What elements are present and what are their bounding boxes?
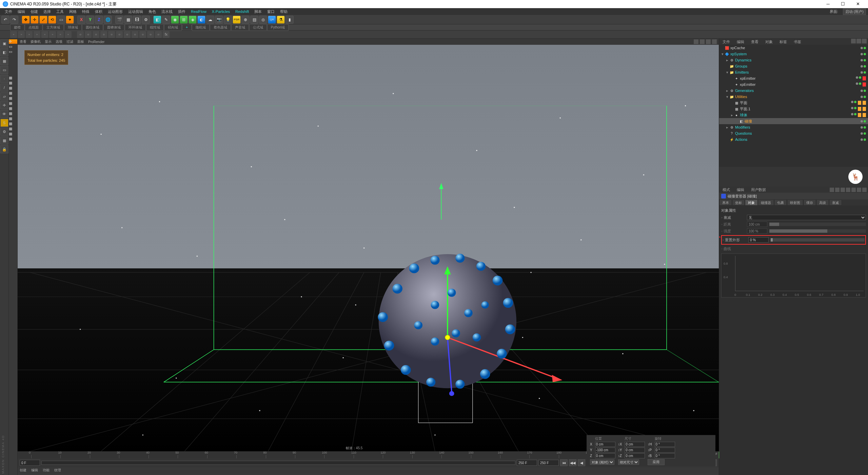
lt2-4[interactable]: ▦ — [9, 76, 17, 80]
redo-button[interactable]: ↷ — [10, 16, 18, 24]
workplane[interactable]: ▭ — [0, 66, 8, 74]
spline-pen[interactable]: ✎ — [162, 16, 170, 24]
sb-8[interactable]: ▫ — [65, 31, 72, 38]
axis-mode[interactable]: ✛ — [0, 101, 8, 109]
step-back[interactable]: ◀ — [578, 459, 585, 466]
attr-tab-3[interactable]: 碰撞器 — [758, 200, 774, 206]
sb-17[interactable]: ○ — [139, 31, 146, 38]
tree-row-Groups[interactable]: 📁Groups — [719, 63, 868, 69]
render-pv[interactable]: 🎞 — [133, 16, 141, 24]
rtab-sphere[interactable]: 球体域 — [64, 24, 82, 31]
sb-6[interactable]: ▫ — [49, 31, 56, 38]
psr-button[interactable]: PSR — [233, 16, 241, 24]
viewport-3d[interactable]: Number of emitters: 2 Total live particl… — [18, 45, 719, 451]
frame-current-input[interactable] — [517, 460, 537, 466]
rtab-add[interactable]: + — [182, 24, 192, 30]
om-bookmarks[interactable]: 书签 — [790, 39, 805, 45]
undo-button[interactable]: ↶ — [1, 16, 9, 24]
tree-row-球体[interactable]: ▸●球体 — [719, 112, 868, 118]
om-edit[interactable]: 编辑 — [733, 39, 748, 45]
menu-edit[interactable]: 编辑 — [15, 9, 28, 14]
lt2-8[interactable]: ▦ — [9, 96, 17, 100]
tree-row-xpEmitter[interactable]: ✦xpEmitter — [719, 75, 868, 81]
attr-tab-4[interactable]: 包裹 — [774, 200, 787, 206]
rtab-sound[interactable]: 声音域 — [231, 24, 249, 31]
sb-1[interactable]: ▫ — [10, 31, 17, 38]
sb-11[interactable]: ○ — [93, 31, 99, 38]
lt2-11[interactable]: ▦ — [9, 111, 17, 116]
vp-nav1-icon[interactable] — [694, 39, 698, 44]
light[interactable]: 💡 — [224, 16, 232, 24]
attr-mode[interactable]: 模式 — [719, 187, 733, 192]
tree-row-Generators[interactable]: ▸⚙Generators — [719, 88, 868, 94]
rtab-linear[interactable]: 线性域 — [146, 24, 164, 31]
menu-mograph[interactable]: 运动图形 — [105, 9, 125, 14]
attr-tab-7[interactable]: 高级 — [816, 200, 829, 206]
attr-fwd-icon[interactable] — [835, 188, 840, 192]
attr-curve-graph[interactable]: 0.8 0.4 0 0.1 0.2 0.3 0.4 0.5 0.6 0.7 0.… — [721, 253, 866, 298]
size-y-input[interactable] — [625, 448, 645, 453]
tree-row-xpCache[interactable]: 🟥xpCache — [719, 45, 868, 51]
model-mode[interactable]: ◧ — [0, 48, 8, 56]
array-gen[interactable]: ⊞ — [180, 16, 188, 24]
rtab-cyl[interactable]: 圆柱体域 — [82, 24, 103, 31]
attr-t1-icon[interactable] — [846, 188, 850, 192]
vp-panel[interactable]: 面板 — [77, 39, 84, 44]
attr-tab-1[interactable]: 坐标 — [732, 200, 745, 206]
menu-tools[interactable]: 工具 — [54, 9, 66, 14]
sb-16[interactable]: ○ — [132, 31, 138, 38]
coord-mode2[interactable]: 绝对尺寸 — [618, 459, 639, 465]
sb-14[interactable]: ○ — [116, 31, 123, 38]
deformer[interactable]: ◐ — [197, 16, 205, 24]
rtab-python[interactable]: Python域 — [267, 24, 289, 31]
rs-icon[interactable]: ▮ — [285, 16, 294, 24]
menu-xparticles[interactable]: X-Particles — [209, 10, 233, 14]
attr-distance-slider[interactable] — [769, 223, 866, 226]
om-tool2-icon[interactable] — [856, 39, 861, 43]
lt2-14[interactable]: ▦ — [9, 127, 17, 131]
attr-userdata[interactable]: 用户数据 — [748, 187, 769, 192]
last-tool[interactable]: ▭ — [57, 16, 65, 24]
tree-row-xpEmitter[interactable]: ✦xpEmitter — [719, 81, 868, 88]
lt2-13[interactable]: ▦ — [9, 121, 17, 126]
lt2-5[interactable]: ▦ — [9, 81, 17, 85]
null-obj[interactable]: ⊕ — [241, 16, 250, 24]
menu-help[interactable]: 帮助 — [277, 9, 290, 14]
attr-t4-icon[interactable] — [862, 188, 867, 192]
attr-t2-icon[interactable] — [851, 188, 856, 192]
sb-5[interactable]: ▫ — [41, 31, 48, 38]
menu-file[interactable]: 文件 — [2, 9, 15, 14]
om-tool1-icon[interactable] — [851, 39, 856, 43]
sb-10[interactable]: ○ — [85, 31, 92, 38]
sb-9[interactable]: ○ — [77, 31, 84, 38]
menu-create[interactable]: 创建 — [28, 9, 41, 14]
field[interactable]: ◎ — [259, 16, 267, 24]
axis-x-toggle[interactable]: X — [77, 16, 85, 24]
sb-13[interactable]: ○ — [108, 31, 115, 38]
scale-tool[interactable]: ⤢ — [39, 16, 47, 24]
mtab-func[interactable]: 功能 — [43, 468, 50, 473]
nurbs-gen[interactable]: ◉ — [171, 16, 179, 24]
make-editable[interactable]: ▣ — [0, 39, 8, 48]
object-tree[interactable]: 🟥xpCache▾🔷xpSystem▸⚙Dynamics 📁Groups▾📁Em… — [719, 45, 868, 167]
om-view[interactable]: 查看 — [748, 39, 762, 45]
camera[interactable]: 📷 — [215, 16, 223, 24]
lt2-2[interactable]: ▭ — [9, 44, 17, 49]
attr-t3-icon[interactable] — [857, 188, 861, 192]
sb-2[interactable]: ▫ — [18, 31, 25, 38]
menu-character[interactable]: 角色 — [146, 9, 159, 14]
tree-row-Modifiers[interactable]: ▸⚙Modifiers — [719, 124, 868, 130]
menu-pipeline[interactable]: 流水线 — [159, 9, 175, 14]
sb-20[interactable]: fx — [163, 31, 170, 38]
sb-4[interactable]: ▫ — [34, 31, 40, 38]
goto-start[interactable]: ⏮ — [560, 459, 568, 466]
render-settings[interactable]: ⚙ — [142, 16, 150, 24]
lt2-3[interactable]: ▭ — [9, 50, 17, 54]
workplane-lock[interactable]: ▦ — [0, 136, 8, 145]
sb-3[interactable]: ▫ — [26, 31, 33, 38]
rtab-radial[interactable]: 径向域 — [164, 24, 182, 31]
sb-19[interactable]: ○ — [155, 31, 162, 38]
rtab-cube[interactable]: 立方体域 — [43, 24, 64, 31]
sb-15[interactable]: ○ — [124, 31, 131, 38]
vp-nav2-icon[interactable] — [700, 39, 705, 44]
